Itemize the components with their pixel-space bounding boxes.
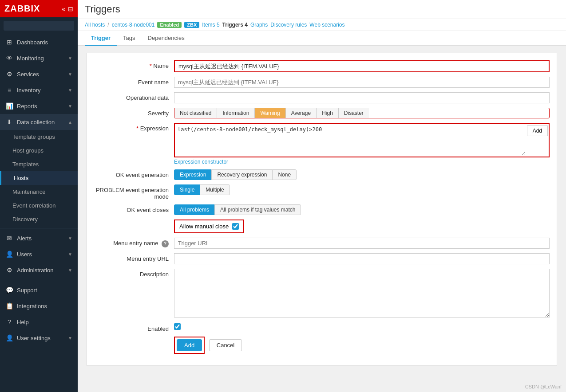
sidebar-item-help[interactable]: ? Help: [0, 314, 78, 330]
problem-gen-single[interactable]: Single: [174, 184, 200, 195]
sidebar-item-discovery[interactable]: Discovery: [0, 212, 78, 226]
sidebar-item-user-settings[interactable]: 👤 User settings ▼: [0, 330, 78, 346]
sidebar-item-administration[interactable]: ⚙ Administration ▼: [0, 262, 78, 278]
allow-manual-close-label-spacer: [94, 220, 174, 222]
search-input[interactable]: [4, 21, 74, 31]
sidebar-item-label: Integrations: [17, 303, 47, 310]
ok-event-closes-wrap: All problems All problems if tag values …: [174, 204, 550, 215]
breadcrumb-triggers[interactable]: Triggers 4: [222, 22, 248, 28]
description-textarea[interactable]: [174, 269, 550, 318]
sidebar-item-services[interactable]: ⚙ Services ▼: [0, 66, 78, 82]
breadcrumb-host[interactable]: centos-8-node001: [112, 22, 155, 28]
menu-entry-name-input[interactable]: [174, 238, 550, 249]
sidebar-item-support[interactable]: 💬 Support: [0, 282, 78, 298]
ok-closes-all-problems[interactable]: All problems: [174, 204, 215, 215]
ok-event-closes-label: OK event closes: [94, 204, 174, 213]
reports-icon: 📊: [5, 102, 13, 110]
severity-disaster[interactable]: Disaster: [339, 108, 369, 118]
tab-tags[interactable]: Tags: [117, 31, 141, 46]
severity-information[interactable]: Information: [217, 108, 255, 118]
sidebar-item-inventory[interactable]: ≡ Inventory ▼: [0, 82, 78, 98]
name-label: * Name: [94, 60, 174, 69]
ok-event-gen-recovery[interactable]: Recovery expression: [211, 169, 273, 180]
operational-data-row: Operational data: [94, 92, 550, 103]
sidebar-item-event-correlation[interactable]: Event correlation: [0, 199, 78, 212]
chevron-down-icon: ▼: [68, 88, 72, 93]
sidebar-item-dashboards[interactable]: ⊞ Dashboards: [0, 34, 78, 50]
sidebar-item-label: User settings: [17, 335, 51, 341]
expression-wrap-outer: last(/centos-8-node001/check_mysql_delay…: [174, 123, 550, 165]
collapse-icon[interactable]: «: [62, 5, 65, 12]
severity-high[interactable]: High: [317, 108, 339, 118]
chevron-down-icon: ▼: [68, 72, 72, 77]
problem-gen-mode-wrap: Single Multiple: [174, 184, 550, 195]
allow-manual-close-row: Allow manual close: [94, 220, 550, 233]
allow-manual-close-checkbox[interactable]: [232, 223, 239, 230]
enabled-label: Enabled: [94, 323, 174, 332]
severity-average[interactable]: Average: [286, 108, 317, 118]
chevron-down-icon: ▼: [68, 252, 72, 257]
sidebar-item-monitoring[interactable]: 👁 Monitoring ▼: [0, 50, 78, 66]
ok-closes-tag-match[interactable]: All problems if tag values match: [214, 204, 301, 215]
description-row: Description: [94, 269, 550, 319]
expression-add-button[interactable]: Add: [527, 125, 548, 136]
menu-entry-name-help-icon[interactable]: ?: [162, 240, 169, 247]
breadcrumb: All hosts / centos-8-node001 Enabled ZBX…: [78, 19, 566, 31]
breadcrumb-discovery-rules[interactable]: Discovery rules: [270, 22, 307, 28]
ok-event-gen-wrap: Expression Recovery expression None: [174, 169, 550, 180]
name-input[interactable]: [174, 60, 550, 72]
expression-textarea[interactable]: last(/centos-8-node001/check_mysql_delay…: [176, 125, 525, 156]
problem-gen-mode-label: PROBLEM event generation mode: [94, 184, 174, 200]
grid-icon[interactable]: ⊟: [68, 5, 73, 12]
breadcrumb-items[interactable]: Items 5: [202, 22, 219, 28]
sidebar-item-label: Reports: [17, 103, 37, 110]
ok-event-gen-none[interactable]: None: [272, 169, 297, 180]
menu-entry-url-label: Menu entry URL: [94, 253, 174, 262]
operational-data-input[interactable]: [174, 92, 550, 103]
sidebar-item-label: Data collection: [17, 119, 55, 125]
sidebar-item-template-groups[interactable]: Template groups: [0, 130, 78, 144]
breadcrumb-all-hosts[interactable]: All hosts: [85, 22, 105, 28]
expression-row: * Expression last(/centos-8-node001/chec…: [94, 123, 550, 165]
ok-event-gen-expression[interactable]: Expression: [174, 169, 212, 180]
chevron-down-icon: ▼: [68, 268, 72, 273]
users-icon: 👤: [5, 251, 13, 258]
sidebar-item-data-collection[interactable]: ⬇ Data collection ▲: [0, 114, 78, 130]
problem-gen-multiple[interactable]: Multiple: [200, 184, 230, 195]
top-header: Triggers: [78, 0, 566, 19]
tab-trigger[interactable]: Trigger: [85, 31, 117, 46]
sidebar-sub-label: Host groups: [12, 147, 44, 154]
page-title: Triggers: [85, 4, 120, 15]
menu-entry-url-input[interactable]: [174, 253, 550, 264]
enabled-checkbox[interactable]: [174, 323, 181, 330]
sidebar-item-templates[interactable]: Templates: [0, 157, 78, 171]
severity-row: Severity Not classified Information Warn…: [94, 108, 550, 118]
menu-entry-name-wrap: [174, 238, 550, 249]
event-name-input[interactable]: [174, 77, 550, 88]
sidebar-item-maintenance[interactable]: Maintenance: [0, 185, 78, 199]
severity-not-classified[interactable]: Not classified: [174, 108, 217, 118]
sidebar-item-host-groups[interactable]: Host groups: [0, 144, 78, 157]
breadcrumb-graphs[interactable]: Graphs: [250, 22, 268, 28]
content-area: * Name // Set name value after data load…: [78, 46, 566, 373]
user-settings-icon: 👤: [5, 334, 13, 341]
sidebar-item-label: Services: [17, 71, 39, 78]
sidebar-item-alerts[interactable]: ✉ Alerts ▼: [0, 230, 78, 246]
sidebar-item-label: Administration: [17, 267, 53, 274]
action-buttons-wrap: Add Cancel: [174, 337, 550, 354]
severity-warning[interactable]: Warning: [255, 108, 285, 118]
integrations-icon: 📋: [5, 302, 13, 310]
sidebar-logo: ZABBIX « ⊟: [0, 0, 78, 17]
sidebar-item-integrations[interactable]: 📋 Integrations: [0, 298, 78, 314]
menu-entry-name-row: Menu entry name ?: [94, 238, 550, 249]
expression-constructor-link[interactable]: Expression constructor: [174, 159, 228, 165]
tab-dependencies[interactable]: Dependencies: [142, 31, 191, 46]
sidebar-item-reports[interactable]: 📊 Reports ▼: [0, 98, 78, 114]
breadcrumb-web-scenarios[interactable]: Web scenarios: [309, 22, 344, 28]
sidebar-sub-label: Maintenance: [12, 188, 45, 195]
sidebar-item-users[interactable]: 👤 Users ▼: [0, 246, 78, 262]
cancel-button[interactable]: Cancel: [209, 339, 242, 351]
sidebar-item-hosts[interactable]: Hosts: [0, 171, 78, 185]
add-button[interactable]: Add: [177, 339, 202, 351]
expression-container: last(/centos-8-node001/check_mysql_delay…: [174, 123, 550, 157]
